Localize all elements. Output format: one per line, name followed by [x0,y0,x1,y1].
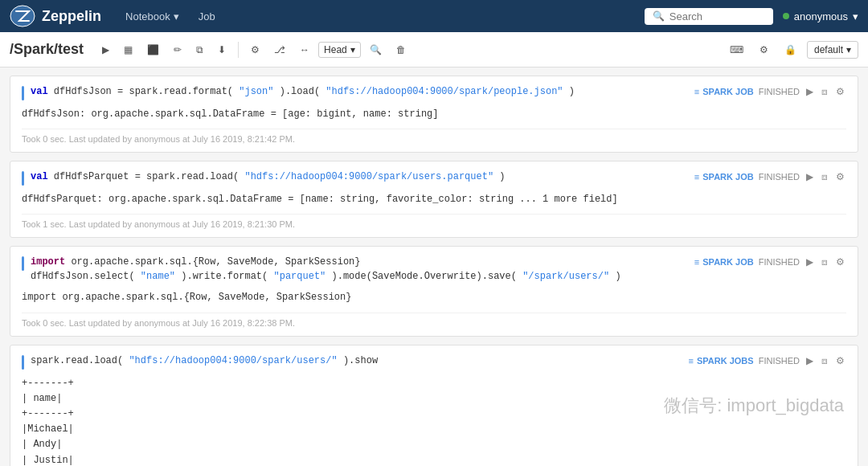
search-replace-button[interactable]: ↔ [294,41,315,59]
run-cell-3-btn[interactable]: ▶ [805,255,815,269]
cell-4-body: spark.read.load( "hdfs://hadoop004:9000/… [10,345,858,466]
finished-badge-1: FINISHED [759,87,800,96]
cell-3-footer: Took 0 sec. Last updated by anonymous at… [22,313,846,328]
divider1 [238,42,239,58]
brand-title: Zeppelin [42,8,101,25]
nav-notebook[interactable]: Notebook ▾ [117,7,187,26]
export-button[interactable]: ⬇ [212,41,231,59]
toolbar-right-area: ⌨ ⚙ 🔒 default ▾ [724,41,858,59]
cell-1-header: val dfHdfsJson = spark.read.format( "jso… [22,84,846,100]
toolbar: /Spark/test ▶ ▦ ⬛ ✏ ⧉ ⬇ ⚙ ⎇ ↔ Head ▾ 🔍 🗑… [0,32,868,67]
code-line-3b: dfHdfsJson.select( "name" ).write.format… [31,269,621,284]
user-status-dot [783,13,789,19]
username: anonymous [794,10,848,22]
stop-button[interactable]: ⬛ [141,41,165,59]
code-line-4: spark.read.load( "hdfs://hadoop004:9000/… [31,354,378,368]
cell-1-output: dfHdfsJson: org.apache.spark.sql.DataFra… [22,107,846,122]
search-input[interactable] [669,10,765,22]
gear-settings-btn[interactable]: ⚙ [754,41,774,59]
table-row-border2: +-------+ [22,407,846,422]
chevron-down-icon: ▾ [174,10,179,22]
cell-2-output: dfHdfsParquet: org.apache.spark.sql.Data… [22,192,846,207]
cell-2-header: val dfHdfsParquet = spark.read.load( "hd… [22,170,846,186]
head-chevron-icon: ▾ [350,44,355,55]
user-chevron-icon: ▾ [853,10,858,22]
table-row-border1: +-------+ [22,376,846,391]
cell-4-indicator [22,355,24,370]
cell-2-body: val dfHdfsParquet = spark.read.load( "hd… [10,161,858,237]
spark-job-label-4: ≡ SPARK JOBS [689,356,754,366]
menu-icon-3: ≡ [694,257,699,267]
cell-4-actions: ≡ SPARK JOBS FINISHED ▶ ⧈ ⚙ [689,354,846,368]
default-dropdown[interactable]: default ▾ [807,41,858,59]
finished-badge-4: FINISHED [759,356,800,366]
user-menu[interactable]: anonymous ▾ [783,10,858,22]
svg-point-0 [10,6,35,27]
lock-btn[interactable]: 🔒 [779,41,802,59]
cell-4-header: spark.read.load( "hdfs://hadoop004:9000/… [22,354,846,370]
run-cell-1-btn[interactable]: ▶ [805,84,815,99]
finished-badge-2: FINISHED [759,172,800,182]
cell-2-actions: ≡ SPARK JOB FINISHED ▶ ⧈ ⚙ [694,170,846,184]
cell-2-grid-btn[interactable]: ⧈ [820,170,829,184]
table-row-andy: | Andy| [22,437,846,452]
delete-btn[interactable]: 🗑 [391,41,411,59]
code-line-2: val dfHdfsParquet = spark.read.load( "hd… [31,170,506,184]
menu-icon-2: ≡ [694,172,699,182]
edit-button[interactable]: ✏ [168,41,187,59]
table-row-justin: | Justin| [22,453,846,467]
spark-job-label-2: ≡ SPARK JOB [694,172,754,182]
brand[interactable]: Zeppelin [10,5,101,27]
cell-3-output: import org.apache.spark.sql.{Row, SaveMo… [22,290,846,305]
menu-icon: ≡ [694,87,699,96]
table-row-header: | name| [22,391,846,407]
run-all-button[interactable]: ▦ [118,41,138,59]
head-label: Head [324,44,347,55]
run-button[interactable]: ▶ [96,41,115,59]
search-box[interactable]: 🔍 [645,8,773,25]
notebook-content: val dfHdfsJson = spark.read.format( "jso… [0,67,868,466]
notebook-title: /Spark/test [10,41,84,58]
cell-4-settings-btn[interactable]: ⚙ [834,354,846,368]
cell-1-body: val dfHdfsJson = spark.read.format( "jso… [10,76,858,152]
zeppelin-logo-icon [10,5,35,27]
cell-3: import org.apache.spark.sql.{Row, SaveMo… [10,246,858,336]
kw-val: val [31,86,48,97]
search-icon: 🔍 [653,10,665,22]
cell-2: val dfHdfsParquet = spark.read.load( "hd… [10,161,858,238]
cell-3-indicator [22,256,24,271]
clone-button[interactable]: ⧉ [190,41,209,59]
settings-btn[interactable]: ⚙ [245,41,265,59]
search-paragraph-btn[interactable]: 🔍 [364,41,387,59]
cell-2-settings-btn[interactable]: ⚙ [834,170,846,184]
run-cell-2-btn[interactable]: ▶ [805,170,815,184]
navbar-right: 🔍 anonymous ▾ [645,8,858,25]
cell-3-code: import org.apache.spark.sql.{Row, SaveMo… [31,255,621,284]
code-line-1: val dfHdfsJson = spark.read.format( "jso… [31,84,575,99]
finished-badge-3: FINISHED [759,257,800,267]
keyboard-shortcut-btn[interactable]: ⌨ [724,41,749,59]
menu-icon-4: ≡ [689,356,694,366]
nav-links: Notebook ▾ Job [117,7,223,26]
default-label: default [814,44,843,55]
cell-4-table-output: +-------+ | name| +-------+ |Michael| | … [22,376,846,466]
cell-2-footer: Took 1 sec. Last updated by anonymous at… [22,214,846,229]
cell-4-grid-btn[interactable]: ⧈ [820,354,829,368]
run-cell-4-btn[interactable]: ▶ [805,354,815,368]
cell-3-settings-btn[interactable]: ⚙ [834,255,846,269]
cell-2-indicator [22,171,24,186]
cell-4: spark.read.load( "hdfs://hadoop004:9000/… [10,345,858,466]
cell-1-settings-btn[interactable]: ⚙ [834,84,846,99]
head-dropdown[interactable]: Head ▾ [318,42,361,58]
cell-2-code: val dfHdfsParquet = spark.read.load( "hd… [31,170,506,184]
cell-3-actions: ≡ SPARK JOB FINISHED ▶ ⧈ ⚙ [694,255,846,269]
version-button[interactable]: ⎇ [268,41,291,59]
cell-1-indicator [22,86,24,100]
cell-3-body: import org.apache.spark.sql.{Row, SaveMo… [10,247,858,335]
cell-1-grid-btn[interactable]: ⧈ [820,84,829,99]
cell-1-code: val dfHdfsJson = spark.read.format( "jso… [31,84,575,99]
code-line-3a: import org.apache.spark.sql.{Row, SaveMo… [31,255,621,269]
cell-4-code: spark.read.load( "hdfs://hadoop004:9000/… [31,354,378,368]
nav-job[interactable]: Job [190,7,223,26]
cell-3-grid-btn[interactable]: ⧈ [820,255,829,269]
